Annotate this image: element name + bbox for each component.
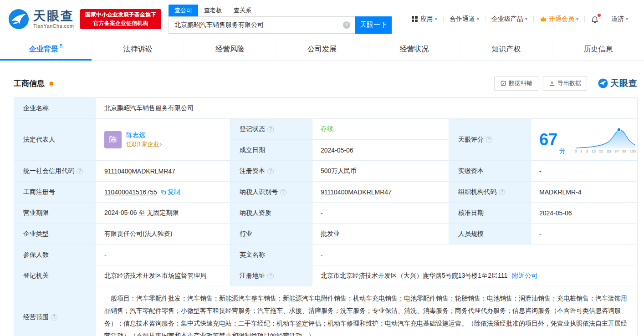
edit-document-icon: [500, 80, 506, 87]
address-value: 北京市北京经济技术开发区（大兴）鹿华路5号院13号楼1至2层111 附近公司: [312, 265, 637, 286]
search-tab-company[interactable]: 查公司: [169, 5, 198, 16]
download-icon: [549, 80, 555, 87]
export-data-button[interactable]: 导出数据: [543, 76, 587, 91]
row-legal-rep: 法定代表人 陈 陈志远 任职1家企业 登记状态 存续 成立日期 2024-05-…: [14, 119, 637, 161]
row-business-term: 营业期限 2024-05-06 至 无固定期限 纳税人资质 - 核准日期 202…: [14, 203, 637, 224]
chevron-down-icon: [435, 16, 437, 21]
row-company-type: 企业类型 有限责任公司(法人独资) 行业 批发业 人员规模 -: [14, 224, 637, 244]
company-type-value: 有限责任公司(法人独资): [96, 224, 230, 244]
field-label-staff-size: 人员规模: [449, 224, 531, 244]
section-title: 工商信息: [14, 78, 45, 89]
tab-intellectual-property[interactable]: 知识产权: [460, 38, 552, 60]
username: 道济: [611, 15, 624, 23]
approval-date-value: 2024-05-06: [531, 203, 637, 223]
field-label-taxpayer-quality: 纳税人资质: [230, 203, 312, 223]
tab-company-development[interactable]: 公司发展: [276, 38, 368, 60]
tab-label: 历史信息: [583, 45, 613, 54]
help-icon[interactable]: [77, 168, 83, 174]
business-info-header: 工商信息 数据纠错 导出数据 天眼查: [14, 76, 638, 91]
mid-subgrid: 登记状态 存续 成立日期 2024-05-06: [230, 119, 449, 160]
tab-operation-status[interactable]: 经营状况: [368, 38, 460, 60]
nav-apps[interactable]: 应用: [406, 15, 443, 23]
nav-enterprise-label: 企业级产品: [491, 15, 523, 23]
badge-line2: 官方备案企业征信机构: [85, 19, 156, 28]
field-label-reg-status: 登记状态: [230, 119, 312, 139]
nav-user-menu[interactable]: 道济: [605, 15, 634, 23]
watermark-brand-name: 天眼查: [610, 77, 638, 89]
help-icon[interactable]: [267, 273, 274, 279]
company-name-value: 北京鹏昭汽车销售服务有限公司: [96, 98, 637, 118]
row-company-name: 企业名称 北京鹏昭汽车销售服务有限公司: [14, 98, 637, 119]
subrow-reg-status: 登记状态 存续: [230, 119, 449, 140]
field-label-company-type: 企业类型: [14, 224, 96, 244]
help-icon[interactable]: [267, 126, 274, 132]
field-label-business-scope: 经营范围: [14, 286, 96, 336]
search-tab-boss[interactable]: 查老板: [198, 5, 228, 16]
chevron-down-icon: [626, 16, 628, 21]
nav-enterprise-products[interactable]: 企业级产品: [486, 15, 533, 23]
tab-label: 法律诉讼: [123, 45, 153, 54]
credit-code-value: 91110400MADKRLMR47: [96, 161, 230, 181]
copy-button[interactable]: 复制: [161, 188, 180, 196]
nav-vip-upgrade[interactable]: 开通会员: [534, 15, 584, 23]
field-label-insured: 参保人数: [14, 244, 96, 265]
tab-history-info[interactable]: 历史信息: [552, 38, 644, 60]
tab-operation-risk[interactable]: 经营风险: [184, 38, 276, 60]
score-cell: 67 分 0131550859799100: [531, 119, 641, 160]
status-badge: 存续: [321, 125, 333, 133]
nearby-companies-link[interactable]: 附近公司: [512, 272, 537, 280]
tab-count-badge: 5: [60, 43, 63, 50]
reg-authority-value: 北京经济技术开发区市场监督管理局: [96, 265, 230, 286]
search-button[interactable]: 天眼一下: [355, 16, 392, 34]
brand-domain: TianYanCha.com: [33, 23, 74, 29]
field-label-taxpayer-id: 纳税人识别号: [230, 182, 312, 202]
avatar: 陈: [104, 131, 122, 148]
data-correction-button[interactable]: 数据纠错: [494, 76, 538, 91]
industry-value: 批发业: [312, 224, 449, 244]
subrow-establish-date: 成立日期 2024-05-06: [230, 140, 449, 160]
tab-legal-litigation[interactable]: 法律诉讼: [92, 38, 184, 60]
field-label-paid-capital: 实缴资本: [449, 161, 531, 181]
tenure-link[interactable]: 任职1家企业: [126, 141, 162, 148]
help-icon[interactable]: [499, 189, 505, 195]
legal-rep-cell: 陈 陈志远 任职1家企业: [96, 119, 230, 160]
tab-label: 企业背景: [29, 45, 58, 54]
gov-certification-badge: 国家中小企业发展子基金旗下 官方备案企业征信机构: [80, 9, 161, 29]
taxpayer-id-value: 91110400MADKRLMR47: [312, 182, 449, 202]
score-curve-chart: [575, 126, 636, 149]
subscribe-bell-icon[interactable]: [48, 80, 55, 87]
help-icon[interactable]: [486, 137, 492, 143]
search-tab-relation[interactable]: 查关系: [228, 5, 257, 16]
copy-icon: [161, 189, 166, 195]
chevron-down-icon: [525, 16, 527, 21]
field-label-credit-code: 统一社会信用代码: [14, 161, 96, 181]
chevron-down-icon: [477, 16, 479, 21]
legal-rep-link[interactable]: 陈志远: [126, 131, 162, 139]
chevron-right-icon: [159, 141, 162, 148]
help-icon[interactable]: [51, 314, 57, 321]
tab-company-background[interactable]: 企业背景 5: [0, 38, 92, 60]
top-header: 天眼查 TianYanCha.com 国家中小企业发展子基金旗下 官方备案企业征…: [0, 0, 644, 38]
reg-number-value: 110400041516755 复制: [96, 182, 230, 202]
help-icon[interactable]: [267, 168, 274, 174]
notifications-button[interactable]: [585, 15, 605, 23]
paid-capital-value: -: [531, 161, 637, 181]
notification-dot: [598, 14, 601, 17]
clear-search-icon[interactable]: [343, 21, 350, 29]
score-axis-ticks: 0131550859799100: [575, 149, 636, 153]
score-unit: 分: [559, 147, 566, 155]
help-icon[interactable]: [280, 189, 286, 195]
field-label-reg-authority: 登记机关: [14, 265, 96, 286]
search-input[interactable]: [169, 16, 355, 34]
establish-date-value: 2024-05-06: [312, 140, 449, 160]
nav-partners[interactable]: 合作通道: [444, 15, 485, 23]
tab-label: 公司发展: [307, 45, 337, 54]
row-insured: 参保人数 - 英文名称 -: [14, 244, 637, 265]
apps-grid-icon: [412, 16, 418, 22]
field-label-score: 天眼评分: [449, 119, 531, 160]
field-label-establish-date: 成立日期: [230, 140, 312, 160]
tianyancha-logo[interactable]: 天眼查 TianYanCha.com: [8, 9, 74, 30]
row-reg-number: 工商注册号 110400041516755 复制 纳税人识别号 91110400…: [14, 182, 637, 203]
field-label-business-term: 营业期限: [14, 203, 96, 223]
top-navigation: 应用 合作通道 企业级产品 开通会员: [406, 15, 634, 23]
